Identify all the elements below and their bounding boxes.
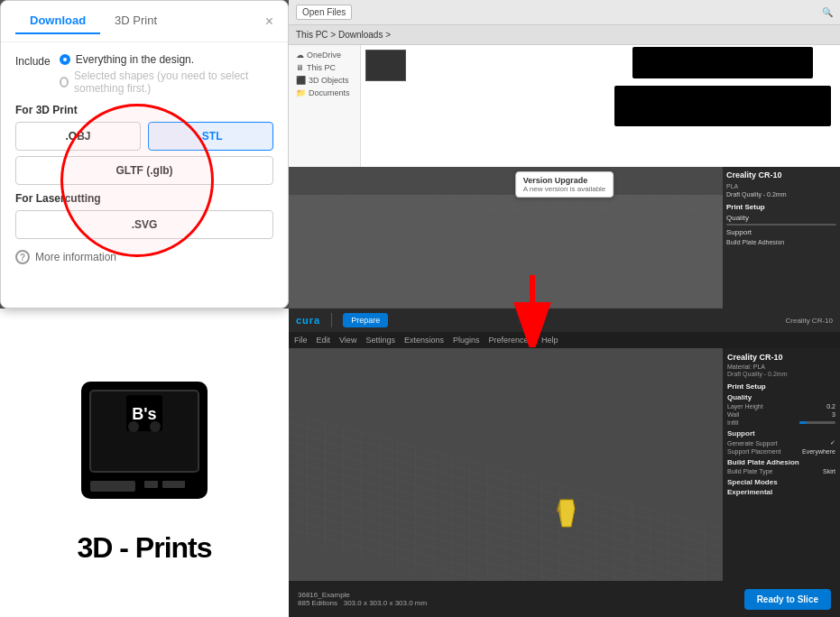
sidebar-item-3d[interactable]: ⬛ 3D Objects [292, 74, 356, 87]
material-top: PLA [726, 183, 836, 189]
prepare-btn[interactable]: Prepare [343, 313, 388, 327]
print-setup-label: Print Setup [726, 203, 836, 211]
folder-icon: 📁 [296, 88, 306, 97]
radio-dot-filled [60, 54, 70, 65]
menu-file[interactable]: File [294, 336, 308, 345]
view3d-top: Version Upgrade A new version is availab… [289, 167, 840, 308]
divider-1 [331, 313, 332, 327]
more-info-row[interactable]: ? More information [15, 250, 273, 264]
cura-logo: cura [296, 315, 320, 326]
adhesion-title-bottom: Build Plate Adhesion [727, 458, 835, 466]
tab-3dprint[interactable]: 3D Print [100, 8, 171, 34]
sidebar-item-thispc[interactable]: 🖥 This PC [292, 61, 356, 74]
experimental-title-bottom: Experimental [727, 488, 835, 496]
view3d-scene-bottom: Creality CR-10 Material: PLA Draft Quali… [289, 348, 840, 581]
cura-menu-bar: File Edit View Settings Extensions Plugi… [289, 332, 840, 348]
menu-preferences[interactable]: Preferences [488, 336, 532, 345]
fb-main: ☁ OneDrive 🖥 This PC ⬛ 3D Objects 📁 Docu… [289, 45, 840, 167]
menu-view[interactable]: View [339, 336, 356, 345]
dialog-tabs: Download 3D Print [15, 8, 171, 34]
support-placement-row: Support Placement Everywhere [727, 448, 835, 455]
printer-name-right: Creality CR-10 [727, 353, 835, 362]
right-panel-bottom: Creality CR-10 Material: PLA Draft Quali… [723, 348, 840, 581]
yellow-object [553, 495, 580, 531]
sidebar-item-onedrive[interactable]: ☁ OneDrive [292, 49, 356, 61]
profile-top: Draft Quality - 0.2mm [726, 191, 836, 198]
format-row-svg: .SVG [15, 210, 273, 239]
grid-floor-bottom [289, 348, 722, 581]
version-popup: Version Upgrade A new version is availab… [515, 171, 614, 198]
dialog-header: Download 3D Print × [1, 1, 288, 42]
svg-rect-7 [140, 436, 149, 454]
generate-support-row: Generate Support ✓ [727, 439, 835, 447]
layer-height-row: Layer Height 0.2 [727, 403, 835, 410]
top-right-panel: Open Files 🔍 This PC > Downloads > ☁ One… [289, 0, 840, 308]
file-preview-box [632, 47, 813, 78]
menu-extensions[interactable]: Extensions [404, 336, 444, 345]
right-panel-top: Creality CR-10 PLA Draft Quality - 0.2mm… [723, 167, 840, 308]
svg-rect-1 [289, 195, 785, 294]
btn-obj[interactable]: .OBJ [15, 122, 141, 151]
version-popup-title: Version Upgrade [523, 176, 606, 185]
radio-selected[interactable]: Selected shapes (you need to select some… [60, 69, 273, 95]
print-setup-bottom: Print Setup [727, 382, 835, 391]
wall-row: Wall 3 [727, 411, 835, 418]
svg-rect-10 [162, 481, 185, 488]
bottom-bar-info: 36816_Example 885 Editions 303.0 x 303.0… [298, 591, 427, 607]
bottom-bar-3d: 36816_Example 885 Editions 303.0 x 303.0… [289, 581, 840, 617]
radio-group: Everything in the design. Selected shape… [60, 53, 273, 95]
fb-content [361, 45, 840, 167]
tab-download[interactable]: Download [15, 8, 100, 34]
btn-svg[interactable]: .SVG [15, 210, 273, 239]
printer-icon-svg: B's [63, 364, 226, 526]
logo-content: B's 3D - Prints [0, 308, 289, 617]
file-browser: Open Files 🔍 This PC > Downloads > ☁ One… [289, 0, 840, 167]
quality-section: Quality [726, 214, 836, 226]
btn-stl[interactable]: .STL [148, 122, 273, 151]
radio-dot-empty [60, 77, 69, 87]
include-label: Include [15, 55, 51, 68]
fb-toolbar-title: Open Files [296, 5, 352, 20]
cloud-icon: ☁ [296, 51, 304, 60]
file-main-preview [614, 86, 831, 126]
more-info-label: More information [35, 251, 116, 263]
quality-title-bottom: Quality [727, 393, 835, 401]
yellow-obj-svg [553, 495, 580, 531]
printer-name-top: Creality CR-10 [726, 170, 836, 180]
edition-info: 885 Editions 303.0 x 303.0 x 303.0 mm [298, 599, 427, 607]
close-button[interactable]: × [265, 14, 273, 29]
btn-gltf[interactable]: GLTF (.glb) [15, 156, 273, 185]
support-section: Support [726, 228, 836, 236]
ready-to-slice-button[interactable]: Ready to Slice [744, 589, 831, 610]
menu-help[interactable]: Help [541, 336, 558, 345]
file-thumbnail [365, 50, 406, 81]
fb-address-bar: This PC > Downloads > [289, 25, 840, 45]
build-plate-type-row: Build Plate Type Skirt [727, 468, 835, 474]
fb-toolbar: Open Files 🔍 [289, 0, 840, 25]
menu-edit[interactable]: Edit [317, 336, 331, 345]
fb-path: This PC > Downloads > [296, 30, 391, 40]
special-title-bottom: Special Modes [727, 478, 835, 486]
svg-rect-8 [90, 481, 135, 492]
radio-everything[interactable]: Everything in the design. [60, 53, 273, 66]
format-grid-3d: .OBJ .STL GLTF (.glb) [15, 122, 273, 185]
model-name: 36816_Example [298, 591, 427, 599]
for-3dprint-label: For 3D Print [15, 104, 273, 116]
radio-everything-label: Everything in the design. [76, 53, 194, 66]
format-row-2: GLTF (.glb) [15, 156, 273, 185]
menu-plugins[interactable]: Plugins [453, 336, 480, 345]
menu-settings[interactable]: Settings [365, 336, 395, 345]
download-dialog: Download 3D Print × Include Everything i… [0, 0, 289, 308]
sidebar-item-docs[interactable]: 📁 Documents [292, 87, 356, 99]
logo-text-3d: 3D - Prints [77, 533, 211, 562]
version-popup-subtitle: A new version is available [523, 185, 606, 193]
support-title-bottom: Support [727, 429, 835, 437]
fb-sidebar: ☁ OneDrive 🖥 This PC ⬛ 3D Objects 📁 Docu… [289, 45, 361, 167]
infill-slider[interactable] [799, 421, 835, 424]
quality-bar [726, 224, 836, 226]
adhesion-rows: Build Plate Type Skirt [727, 468, 835, 474]
support-rows: Generate Support ✓ Support Placement Eve… [727, 439, 835, 455]
quality-rows: Layer Height 0.2 Wall 3 Infill [727, 403, 835, 426]
printer-name-bottom: Creality CR-10 [786, 317, 833, 325]
material-label: PLA [753, 364, 765, 370]
